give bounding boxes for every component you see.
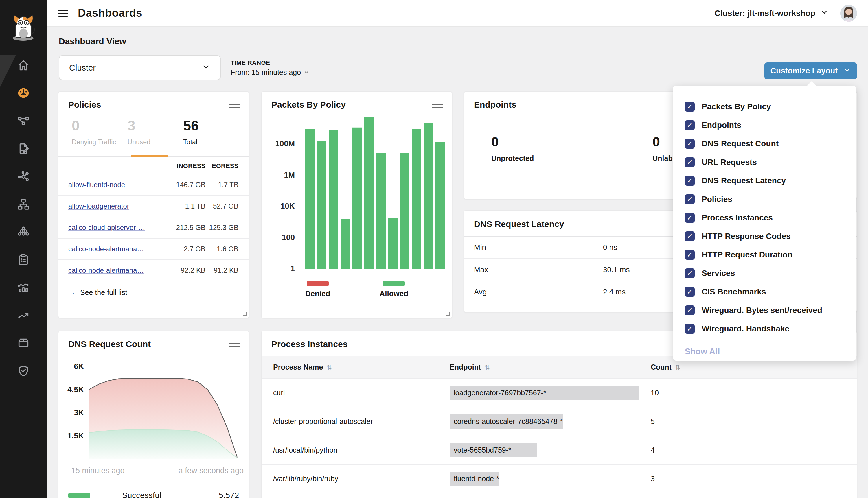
legend-allowed[interactable]: Allowed <box>380 281 409 298</box>
stat-unused[interactable]: 3 Unused <box>128 118 183 146</box>
process-name-column-header[interactable]: Process Name⇅ <box>261 356 450 379</box>
cluster-selector-label: Cluster: jlt-msft-workshop <box>715 9 815 18</box>
table-row: calico-node-alertmana… 92.2 KB 91.2 KB <box>59 260 249 281</box>
endpoints-card-title: Endpoints <box>474 100 517 109</box>
menu-item-process-instances[interactable]: ✓Process Instances <box>685 209 856 227</box>
sort-icon[interactable]: ⇅ <box>484 364 490 371</box>
user-avatar[interactable] <box>840 5 857 22</box>
stat-denying-traffic[interactable]: 0 Denying Traffic <box>72 118 128 146</box>
menu-toggle-button[interactable] <box>58 8 70 18</box>
menu-item-policies[interactable]: ✓Policies <box>685 190 856 209</box>
nav-policies[interactable] <box>0 135 47 163</box>
dns-legend-row[interactable]: Successful 5,572 <box>59 483 249 498</box>
packets-by-policy-card: Packets By Policy 110010K1M100M Denied A… <box>261 91 452 318</box>
top-header: Dashboards Cluster: jlt-msft-workshop <box>47 0 868 27</box>
resize-handle[interactable] <box>446 312 450 315</box>
dns-x-axis-labels: 15 minutes ago a few seconds ago <box>59 464 249 475</box>
menu-item-http-request-duration[interactable]: ✓HTTP Request Duration <box>685 246 856 264</box>
menu-item-packets-by-policy[interactable]: ✓Packets By Policy <box>685 97 856 116</box>
legend-denied[interactable]: Denied <box>305 281 331 298</box>
stat-total[interactable]: 56 Total <box>183 118 239 146</box>
policy-link[interactable]: allow-loadgenerator <box>68 202 129 210</box>
menu-item-endpoints[interactable]: ✓Endpoints <box>685 116 856 134</box>
denied-swatch <box>307 281 329 286</box>
ingress-column-header[interactable]: INGRESS <box>159 157 205 174</box>
resize-handle[interactable] <box>243 312 247 315</box>
checkbox-checked-icon[interactable]: ✓ <box>685 213 695 223</box>
drag-handle-icon[interactable] <box>229 342 240 349</box>
menu-item-wireguard-handshake[interactable]: ✓Wireguard. Handshake <box>685 319 856 338</box>
stat-unprotected: 0 Unprotected <box>491 134 534 162</box>
checkbox-checked-icon[interactable]: ✓ <box>685 139 695 149</box>
checkbox-checked-icon[interactable]: ✓ <box>685 120 695 130</box>
arrow-right-icon: → <box>68 288 76 297</box>
checkbox-checked-icon[interactable]: ✓ <box>685 268 695 278</box>
endpoint-column-header[interactable]: Endpoint⇅ <box>450 356 651 379</box>
nav-endpoints[interactable] <box>0 191 47 219</box>
nav-packages[interactable] <box>0 330 47 357</box>
nav-dashboards-active[interactable] <box>0 80 47 108</box>
policy-link[interactable]: allow-fluentd-node <box>68 181 125 188</box>
menu-item-dns-request-latency[interactable]: ✓DNS Request Latency <box>685 171 856 190</box>
successful-swatch <box>68 493 90 498</box>
checkbox-checked-icon[interactable]: ✓ <box>685 194 695 204</box>
policy-link[interactable]: calico-node-alertmana… <box>68 266 144 274</box>
time-range-label: TIME RANGE <box>231 59 309 66</box>
menu-item-dns-request-count[interactable]: ✓DNS Request Count <box>685 134 856 153</box>
menu-item-wireguard-bytes[interactable]: ✓Wireguard. Bytes sent/received <box>685 301 856 319</box>
packets-card-title: Packets By Policy <box>271 100 346 109</box>
policies-stats: 0 Denying Traffic 3 Unused 56 Total <box>59 109 249 146</box>
svg-text:1: 1 <box>290 264 295 273</box>
sort-icon[interactable]: ⇅ <box>675 364 680 371</box>
checkbox-checked-icon[interactable]: ✓ <box>685 324 695 334</box>
policy-link[interactable]: calico-node-alertmana… <box>68 245 144 253</box>
sort-icon[interactable]: ⇅ <box>326 364 332 371</box>
cluster-selector[interactable]: Cluster: jlt-msft-workshop <box>715 9 828 18</box>
dashboard-view-select[interactable]: Cluster <box>59 55 221 80</box>
nav-threats[interactable] <box>0 302 47 330</box>
policy-link[interactable]: calico-cloud-apiserver-… <box>68 224 145 231</box>
show-all-link[interactable]: Show All <box>685 347 856 356</box>
checkbox-checked-icon[interactable]: ✓ <box>685 157 695 167</box>
menu-item-services[interactable]: ✓Services <box>685 264 856 283</box>
svg-text:3K: 3K <box>74 408 84 417</box>
nav-home[interactable] <box>0 52 47 80</box>
customize-layout-button[interactable]: Customize Layout <box>764 63 857 79</box>
trending-up-icon <box>17 309 30 323</box>
table-row: /var/lib/ruby/bin/ruby fluentd-node-* 3 <box>261 464 857 493</box>
nav-statistics[interactable] <box>0 274 47 302</box>
svg-text:4.5K: 4.5K <box>67 385 84 394</box>
checkbox-checked-icon[interactable]: ✓ <box>685 305 695 315</box>
drag-handle-icon[interactable] <box>432 102 443 109</box>
checkbox-checked-icon[interactable]: ✓ <box>685 287 695 297</box>
policies-table: INGRESS EGRESS allow-fluentd-node 146.7 … <box>59 157 249 281</box>
nav-compliance[interactable] <box>0 246 47 274</box>
packets-legend: Denied Allowed <box>261 281 452 298</box>
egress-column-header[interactable]: EGRESS <box>205 157 249 174</box>
checkbox-checked-icon[interactable]: ✓ <box>685 250 695 260</box>
menu-item-cis-benchmarks[interactable]: ✓CIS Benchmarks <box>685 283 856 301</box>
checkbox-checked-icon[interactable]: ✓ <box>685 102 695 112</box>
chevron-down-icon <box>820 9 828 18</box>
menu-item-http-response-codes[interactable]: ✓HTTP Response Codes <box>685 227 856 246</box>
calico-cat-logo[interactable] <box>8 7 39 43</box>
menu-item-url-requests[interactable]: ✓URL Requests <box>685 153 856 171</box>
see-full-list-link[interactable]: → See the full list <box>59 281 249 297</box>
time-range-control: TIME RANGE From: 15 minutes ago <box>231 59 309 77</box>
nav-service-graph[interactable] <box>0 108 47 135</box>
table-row: calico-cloud-apiserver-… 212.5 GB 125.3 … <box>59 217 249 238</box>
policy-edit-icon <box>17 142 30 156</box>
menu-caret <box>807 81 816 91</box>
nav-network[interactable] <box>0 163 47 191</box>
successful-count: 5,572 <box>219 491 239 498</box>
svg-text:6K: 6K <box>74 362 84 371</box>
checkbox-checked-icon[interactable]: ✓ <box>685 176 695 186</box>
table-row: /usr/bin/curl loadgenerator-7697bb7567-*… <box>261 493 857 498</box>
table-row: allow-fluentd-node 146.7 GB 1.7 TB <box>59 174 249 196</box>
checkbox-checked-icon[interactable]: ✓ <box>685 231 695 241</box>
table-row: curl loadgenerator-7697bb7567-* 10 <box>261 379 857 407</box>
nav-security[interactable] <box>0 357 47 385</box>
nav-clusters[interactable] <box>0 219 47 246</box>
drag-handle-icon[interactable] <box>229 102 240 109</box>
time-range-value[interactable]: From: 15 minutes ago <box>231 68 309 77</box>
